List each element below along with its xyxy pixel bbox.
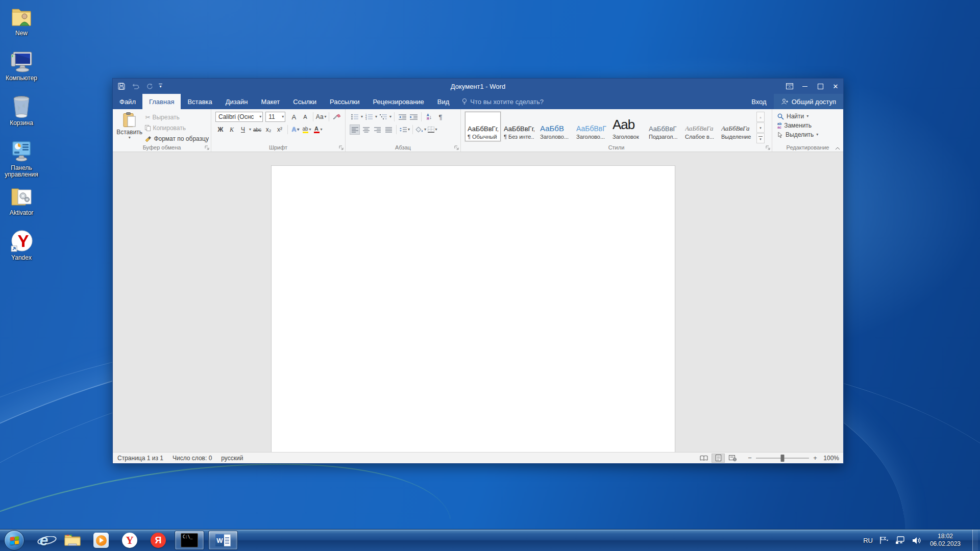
style-title[interactable]: Aab Заголовок [610,112,646,141]
word-count-status[interactable]: Число слов: 0 [168,455,216,462]
font-size-combo[interactable]: 11 ▾ [265,112,285,122]
print-layout-button[interactable] [712,454,725,463]
tab-references[interactable]: Ссылки [286,94,323,109]
collapse-ribbon-button[interactable] [835,147,840,150]
language-indicator[interactable]: RU [863,537,873,544]
taskbar-yandex-browser[interactable]: Y [118,531,141,550]
justify-button[interactable] [383,124,394,135]
align-right-button[interactable] [372,124,382,135]
tab-insert[interactable]: Вставка [181,94,218,109]
styles-scroll-up-button[interactable]: ▴ [756,112,765,122]
desktop-icon-aktivator[interactable]: Aktivator [1,185,42,216]
highlight-color-button[interactable]: ab ▾ [302,124,312,135]
shading-button[interactable]: ▾ [415,124,426,135]
font-name-combo[interactable]: Calibri (Оснс ▾ [215,112,263,122]
bullets-button[interactable] [350,112,360,122]
change-case-button[interactable]: Аа ▾ [316,112,326,122]
tab-design[interactable]: Дизайн [219,94,255,109]
zoom-in-button[interactable]: + [813,454,818,462]
copy-button[interactable]: Копировать [145,123,209,133]
zoom-slider[interactable] [756,458,809,459]
font-color-button[interactable]: А ▾ [313,124,323,135]
paragraph-dialog-launcher[interactable] [454,145,459,150]
desktop-icon-recycle-bin[interactable]: Корзина [1,95,42,127]
minimize-button[interactable] [797,79,813,94]
taskbar-cmd-window[interactable]: C:\_ [175,531,204,550]
save-button[interactable] [118,83,125,90]
customize-qat-button[interactable]: ▾ [159,84,162,89]
clear-formatting-button[interactable] [332,112,342,122]
desktop-icon-computer[interactable]: Компьютер [1,50,42,82]
strikethrough-button[interactable]: abc [252,124,262,135]
increase-indent-button[interactable] [408,112,419,122]
decrease-indent-button[interactable] [397,112,407,122]
caret-down-icon[interactable]: ▾ [375,115,377,119]
tab-mailings[interactable]: Рассылки [323,94,366,109]
caret-down-icon[interactable]: ▾ [361,115,363,119]
tab-file[interactable]: Файл [113,94,142,109]
taskbar-word-window[interactable]: W [208,531,238,550]
styles-dialog-launcher[interactable] [766,145,770,150]
align-center-button[interactable] [361,124,371,135]
document-page[interactable] [271,165,675,452]
speaker-icon[interactable] [912,537,921,544]
taskbar-internet-explorer[interactable]: e [32,531,56,550]
undo-button[interactable] [131,83,140,89]
cut-button[interactable]: ✂ Вырезать [145,113,209,122]
tab-view[interactable]: Вид [431,94,456,109]
caret-down-icon[interactable]: ▾ [249,128,251,132]
bold-button[interactable]: Ж [215,124,226,135]
network-icon[interactable] [895,536,905,544]
grow-font-button[interactable]: А [289,112,299,122]
style-heading2[interactable]: АаБбВвГ Заголово... [574,112,609,141]
redo-button[interactable] [146,83,153,90]
align-left-button[interactable] [350,124,360,135]
close-button[interactable]: ✕ [828,79,843,94]
select-button[interactable]: Выделить ▾ [777,131,841,138]
maximize-button[interactable] [813,79,828,94]
page-count-status[interactable]: Страница 1 из 1 [113,455,168,462]
italic-button[interactable]: К [227,124,237,135]
zoom-out-button[interactable]: − [747,454,752,462]
paste-button[interactable]: Вставить ▾ [116,111,143,143]
find-button[interactable]: Найти ▾ [777,113,841,120]
tab-review[interactable]: Рецензирование [366,94,430,109]
style-no-spacing[interactable]: АаБбВвГг, ¶ Без инте... [501,112,537,141]
ribbon-display-options-button[interactable] [782,79,797,94]
web-layout-button[interactable] [726,454,739,463]
desktop-icon-new-folder[interactable]: New [1,5,42,37]
style-normal[interactable]: АаБбВвГг, ¶ Обычный [465,112,501,141]
show-marks-button[interactable]: ¶ [435,112,446,122]
show-desktop-button[interactable] [972,530,978,551]
share-button[interactable]: Общий доступ [774,94,843,109]
multilevel-list-button[interactable] [378,112,388,122]
underline-button[interactable]: Ч [238,124,248,135]
taskbar-clock[interactable]: 18:02 06.02.2023 [930,533,961,548]
style-subtitle[interactable]: АаБбВвГ Подзагол... [646,112,682,141]
numbering-button[interactable]: 123 [364,112,374,122]
replace-button[interactable]: ab ac Заменить [777,122,841,129]
zoom-slider-handle[interactable] [781,455,785,462]
style-heading1[interactable]: АаБбВ Заголово... [537,112,573,141]
superscript-button[interactable]: x² [275,124,285,135]
start-button[interactable] [4,530,24,550]
font-dialog-launcher[interactable] [339,145,344,150]
taskbar-media-player[interactable] [89,531,113,550]
desktop-icon-control-panel[interactable]: Панель управления [1,140,42,178]
language-status[interactable]: русский [216,455,248,462]
taskbar-file-explorer[interactable] [61,531,84,550]
text-effects-button[interactable]: А ▾ [290,124,301,135]
tab-layout[interactable]: Макет [254,94,286,109]
line-spacing-button[interactable]: ▾ [399,124,410,135]
styles-more-button[interactable]: ▾ [756,133,765,143]
style-subtle-emphasis[interactable]: АаБбВвГа Слабое в... [682,112,718,141]
style-emphasis[interactable]: АаБбВвГа Выделение [719,112,754,141]
read-mode-button[interactable] [697,454,710,463]
clipboard-dialog-launcher[interactable] [205,145,209,150]
taskbar-yandex-app[interactable]: Я [146,531,170,550]
subscript-button[interactable]: x₂ [263,124,274,135]
caret-down-icon[interactable]: ▾ [389,115,391,119]
borders-button[interactable]: ▾ [427,124,437,135]
tab-home[interactable]: Главная [142,94,181,109]
sort-button[interactable]: А Я ↓ [424,112,434,122]
